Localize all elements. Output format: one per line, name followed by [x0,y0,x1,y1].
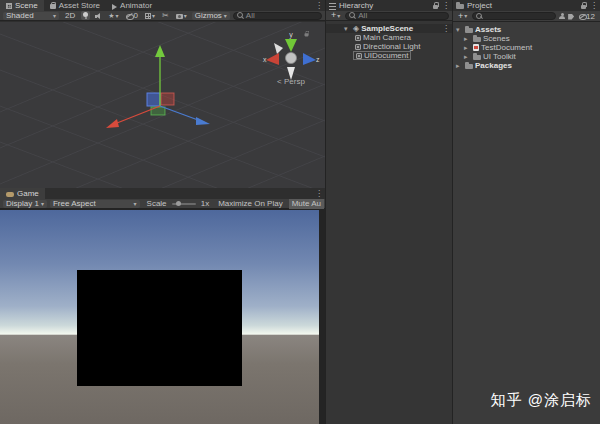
lighting-toggle[interactable] [81,11,90,20]
scene-tab-icon [6,3,12,9]
collapsed-triangle-icon[interactable]: ▸ [456,62,463,69]
collapsed-triangle-icon[interactable]: ▸ [464,35,471,42]
tab-asset-store[interactable]: Asset Store [44,0,106,11]
grid-visibility-dropdown[interactable]: ▾ [143,11,157,20]
scene-viewport[interactable]: y x z < Persp [0,22,325,188]
display-label: Display 1 [6,199,39,208]
kebab-icon: ⋮ [315,189,323,198]
scale-label: Scale [147,199,167,208]
snap-tool-button[interactable]: ✂ [160,11,171,20]
scene-search-input[interactable]: All [233,12,322,20]
filter-by-type-icon[interactable] [559,13,565,20]
scene-panel-menu-icon[interactable]: ⋮ [315,0,323,11]
mute-audio-label: Mute Au [292,199,321,208]
orientation-gizmo[interactable]: y x z [260,29,322,83]
folder-label: Assets [475,25,501,34]
project-title: Project [467,1,492,10]
gizmos-dropdown[interactable]: Gizmos ▾ [192,12,230,20]
hierarchy-header[interactable]: Hierarchy ⋮ [326,0,452,11]
folder-icon [473,37,481,42]
effects-icon: ★ [108,12,114,19]
scale-slider-knob[interactable] [176,201,181,206]
hierarchy-item-directional-light[interactable]: Directional Light [326,42,452,51]
maximize-on-play-button[interactable]: Maximize On Play [215,199,285,209]
eye-off-icon [579,13,586,19]
hierarchy-icon [329,3,336,10]
collapsed-triangle-icon[interactable]: ▸ [464,53,471,60]
gizmo-lock-icon[interactable] [304,31,310,37]
expanded-triangle-icon[interactable]: ▾ [344,25,351,32]
scale-value: 1x [201,199,209,208]
hierarchy-item-uidocument[interactable]: UIDocument [326,51,452,60]
display-dropdown[interactable]: Display 1 ▾ [3,200,47,208]
audio-toggle[interactable] [93,11,103,20]
project-search-input[interactable] [472,12,556,20]
game-viewport[interactable] [0,210,319,424]
watermark-text: 知乎 @涂启标 [491,391,592,410]
gizmos-label: Gizmos [195,11,222,20]
scene-root-label: SampleScene [361,24,413,33]
folder-label: Scenes [483,34,510,43]
project-icon [456,4,464,9]
lightbulb-icon [83,12,88,19]
scale-slider[interactable] [172,203,196,205]
hidden-objects-button[interactable]: 0 [124,11,140,20]
tab-animator-label: Animator [120,1,152,10]
camera-settings-dropdown[interactable]: ▾ [174,11,189,20]
scissors-tool-icon: ✂ [162,12,169,20]
game-panel-menu-icon[interactable]: ⋮ [315,188,323,199]
collapsed-triangle-icon[interactable]: ▸ [464,44,471,51]
gamepad-icon [6,192,14,197]
unity-editor-window: Scene Asset Store Animator ⋮ Shaded ▾ 2D [0,0,600,424]
project-folder-ui-toolkit[interactable]: ▸ UI Toolkit [453,52,600,61]
create-object-button[interactable]: + ▾ [329,11,342,20]
hierarchy-item-main-camera[interactable]: Main Camera [326,33,452,42]
project-asset-testdocument[interactable]: ▸ TestDocument [453,43,600,52]
gameobject-icon [355,44,361,50]
folder-icon [465,64,473,69]
ui-document-black-rect [77,270,242,386]
gameobject-icon [356,53,362,59]
chevron-down-icon: ▾ [152,13,155,19]
hidden-packages-button[interactable]: 12 [577,12,597,21]
chevron-down-icon: ▾ [337,13,340,19]
project-toolbar: + ▾ 12 [453,11,600,22]
mute-audio-button[interactable]: Mute Au [289,199,324,209]
project-folder-scenes[interactable]: ▸ Scenes [453,34,600,43]
persp-text: < Persp [277,77,305,86]
chevron-down-icon: ▾ [184,13,187,19]
projection-mode-label[interactable]: < Persp [260,77,322,86]
draw-mode-label: Shaded [6,11,34,20]
tab-animator[interactable]: Animator [106,0,158,11]
draw-mode-dropdown[interactable]: Shaded ▾ [3,12,59,20]
tab-asset-store-label: Asset Store [59,1,100,10]
aspect-label: Free Aspect [53,199,96,208]
aspect-dropdown[interactable]: Free Aspect ▾ [50,200,140,208]
lock-icon[interactable] [432,2,439,10]
project-header-actions: ⋮ [580,0,598,11]
tab-scene[interactable]: Scene [0,0,44,11]
hierarchy-toolbar: + ▾ All [326,11,452,21]
lock-icon[interactable] [580,2,587,10]
axis-x-label: x [263,56,267,63]
effects-dropdown[interactable]: ★ ▾ [106,11,120,20]
kebab-icon[interactable]: ⋮ [590,2,598,10]
item-label: UIDocument [364,51,408,60]
chevron-down-icon: ▾ [116,13,119,19]
scene-row-menu-icon[interactable]: ⋮ [442,24,450,33]
create-asset-button[interactable]: + ▾ [456,12,469,21]
expanded-triangle-icon[interactable]: ▾ [456,26,463,33]
hierarchy-search-input[interactable]: All [345,12,449,20]
project-folder-packages[interactable]: ▸ Packages [453,61,600,70]
tab-game[interactable]: Game [0,188,45,199]
item-label: Directional Light [363,42,420,51]
toggle-2d-label: 2D [65,11,75,20]
hidden-packages-count: 12 [586,12,595,21]
filter-by-label-icon[interactable] [568,14,574,20]
toggle-2d-button[interactable]: 2D [62,11,78,20]
kebab-icon[interactable]: ⋮ [442,2,450,10]
chevron-down-icon: ▾ [41,201,44,207]
project-header[interactable]: Project ⋮ [453,0,600,11]
hierarchy-scene-row[interactable]: ▾ ◈ SampleScene ⋮ [326,24,452,33]
project-folder-assets[interactable]: ▾ Assets [453,25,600,34]
